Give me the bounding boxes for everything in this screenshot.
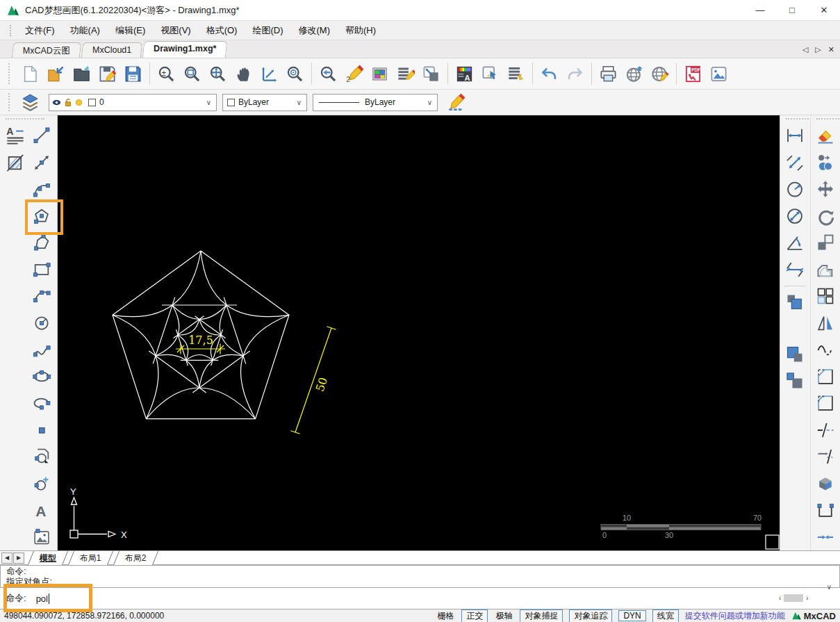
- toggle-ortho[interactable]: 正交: [461, 609, 488, 622]
- zoom-center-button[interactable]: [282, 61, 308, 87]
- quick-select-button[interactable]: [477, 61, 503, 87]
- web-edit-button[interactable]: [647, 61, 673, 87]
- stretch-button[interactable]: [814, 498, 837, 522]
- text-button[interactable]: A: [30, 498, 53, 522]
- command-scrollbar[interactable]: ‹ ›: [779, 593, 834, 603]
- dim-linear-button[interactable]: [783, 124, 807, 147]
- toggle-grid[interactable]: 栅格: [436, 610, 455, 622]
- new-file-button[interactable]: [17, 61, 43, 87]
- canvas-corner-widget[interactable]: [766, 535, 779, 549]
- layout-prev-button[interactable]: ◀: [1, 553, 13, 564]
- menu-draw[interactable]: 绘图(D): [245, 22, 290, 40]
- align-squares-1-button[interactable]: [783, 290, 807, 314]
- scroll-thumb[interactable]: [784, 594, 803, 602]
- sketch-button[interactable]: 2: [341, 61, 367, 87]
- tab-mxcloud1[interactable]: MxCloud1: [81, 42, 143, 58]
- layout-next-button[interactable]: ▶: [13, 553, 24, 564]
- construction-line-button[interactable]: [30, 151, 53, 174]
- color-dropdown[interactable]: ByLayer ∨: [222, 94, 307, 111]
- hatch-button[interactable]: [3, 151, 27, 174]
- linetype-edit-button[interactable]: [443, 90, 469, 115]
- dim-angular-button[interactable]: [783, 231, 807, 254]
- linetype-dropdown-caret-icon[interactable]: ∨: [425, 99, 434, 106]
- layers-button[interactable]: [17, 90, 43, 115]
- mirror-button[interactable]: [814, 311, 837, 335]
- command-history-chevron-icon[interactable]: ∨: [827, 583, 832, 591]
- zoom-extents-button[interactable]: [205, 61, 231, 87]
- scroll-left-icon[interactable]: ‹: [779, 594, 781, 602]
- text-edit-button[interactable]: [393, 61, 418, 87]
- layout-tab-layout2[interactable]: 布局2: [113, 551, 158, 565]
- menu-file[interactable]: 文件(F): [17, 22, 63, 40]
- save-as-button[interactable]: [120, 61, 146, 87]
- toggle-dyn[interactable]: DYN: [618, 610, 645, 621]
- zoom-dynamic-button[interactable]: [256, 61, 282, 87]
- menu-help[interactable]: 帮助(H): [338, 22, 384, 40]
- trim-button[interactable]: [814, 445, 837, 468]
- scale-button[interactable]: [814, 231, 837, 254]
- tab-close-icon[interactable]: ✕: [828, 45, 834, 54]
- menu-modify[interactable]: 修改(M): [290, 22, 338, 40]
- toggle-lineweight[interactable]: 线宽: [652, 609, 679, 622]
- create-block-button[interactable]: [30, 472, 53, 496]
- insert-image-button[interactable]: [30, 525, 53, 549]
- save-button[interactable]: [94, 61, 120, 87]
- zoom-previous-button[interactable]: [315, 61, 341, 87]
- tab-mxcad-cloud[interactable]: MxCAD云图: [12, 42, 81, 58]
- fillet-button[interactable]: [814, 391, 837, 415]
- toggle-otrack[interactable]: 对象追踪: [569, 609, 612, 622]
- layout-tab-model[interactable]: 模型: [28, 551, 68, 565]
- layer-dropdown-caret-icon[interactable]: ∨: [204, 99, 213, 106]
- layout-tab-layout1[interactable]: 布局1: [68, 551, 113, 565]
- arc-button[interactable]: [30, 177, 53, 201]
- line-button[interactable]: [30, 124, 53, 147]
- curve-fit-button[interactable]: [814, 338, 837, 361]
- dim-aligned-button[interactable]: [783, 151, 807, 174]
- align-squares-2-button[interactable]: [783, 343, 807, 366]
- array-button[interactable]: [814, 284, 837, 308]
- dim-tick-button[interactable]: [783, 258, 807, 281]
- arc-3point-button[interactable]: [30, 284, 53, 308]
- rotate-button[interactable]: [814, 204, 837, 228]
- rectangle-button[interactable]: [30, 258, 53, 281]
- color-dropdown-caret-icon[interactable]: ∨: [295, 99, 304, 106]
- tab-scroll-left-icon[interactable]: ◁: [802, 45, 808, 54]
- pan-button[interactable]: [231, 61, 256, 87]
- circle-button[interactable]: [30, 311, 53, 335]
- tab-drawing1[interactable]: Drawing1.mxg*: [142, 41, 228, 58]
- offset-button[interactable]: [814, 258, 837, 281]
- redo-button[interactable]: [562, 61, 588, 87]
- break-button[interactable]: [814, 418, 837, 442]
- ellipse-button[interactable]: [30, 365, 53, 388]
- image-export-button[interactable]: [706, 61, 732, 87]
- spline-button[interactable]: [30, 338, 53, 361]
- align-squares-3-button[interactable]: [783, 369, 807, 393]
- menu-edit[interactable]: 编辑(E): [108, 22, 153, 40]
- properties-button[interactable]: [503, 61, 529, 87]
- point-button[interactable]: [30, 418, 53, 442]
- layer-dropdown[interactable]: 0 ∨: [49, 94, 217, 111]
- close-button[interactable]: ✕: [808, 0, 840, 21]
- drawing-canvas[interactable]: 17,5 50 Y X: [58, 115, 780, 550]
- print-button[interactable]: [595, 61, 621, 87]
- menu-view[interactable]: 视图(V): [153, 22, 198, 40]
- insert-block-button[interactable]: [30, 445, 53, 468]
- scroll-right-icon[interactable]: ›: [806, 594, 808, 602]
- join-button[interactable]: [814, 525, 837, 549]
- web-publish-button[interactable]: [621, 61, 647, 87]
- erase-button[interactable]: [814, 124, 837, 147]
- linetype-dropdown[interactable]: ByLayer ∨: [313, 94, 438, 111]
- palette-button[interactable]: [367, 61, 393, 87]
- text-style-button[interactable]: A: [452, 61, 477, 87]
- ellipse-arc-button[interactable]: [30, 391, 53, 415]
- pdf-export-button[interactable]: PDF: [680, 61, 706, 87]
- feedback-link[interactable]: 提交软件问题或增加新功能: [685, 610, 785, 622]
- command-input-row[interactable]: 命令: pol: [0, 588, 840, 609]
- copy-button[interactable]: [814, 151, 837, 174]
- move-button[interactable]: [814, 177, 837, 201]
- open-file-button[interactable]: [69, 61, 94, 87]
- explode-button[interactable]: [814, 472, 837, 496]
- maximize-button[interactable]: □: [776, 0, 808, 21]
- undo-button[interactable]: [536, 61, 562, 87]
- menu-function[interactable]: 功能(A): [63, 22, 108, 40]
